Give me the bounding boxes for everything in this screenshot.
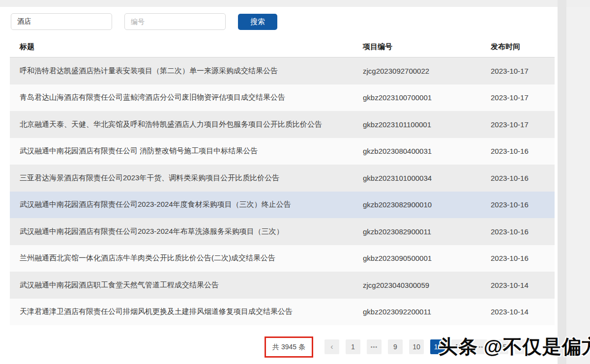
row-title[interactable]: 武汉融通中南花园酒店有限责任公司2023-2024年布草洗涤服务采购项目（三次） [10, 227, 363, 236]
watermark-text: 头条 @不仅是偏方 [439, 334, 590, 360]
row-date: 2023-10-14 [491, 281, 555, 289]
search-button[interactable]: 搜索 [238, 14, 277, 30]
table-row[interactable]: 武汉融通中南花园酒店有限责任公司2023-2024年度食材采购项目（三次）终止公… [10, 192, 555, 219]
row-code: gkbz2023100700001 [363, 93, 491, 102]
row-code: zjcg2023040300059 [363, 281, 491, 289]
table-row[interactable]: 三亚君达海景酒店有限责任公司2023年干货、调料类采购项目公开比质比价公告 gk… [10, 165, 555, 192]
column-header-code: 项目编号 [363, 42, 491, 52]
page-button-9[interactable]: 9 [388, 339, 403, 354]
row-date: 2023-10-17 [491, 67, 555, 75]
row-title[interactable]: 武汉融通中南花园酒店有限责任公司 消防整改销号施工项目中标结果公告 [10, 146, 363, 156]
row-date: 2023-10-14 [491, 308, 555, 316]
row-title[interactable]: 武汉融通中南花园酒店职工食堂天然气管道工程成交结果公告 [10, 280, 363, 290]
row-date: 2023-10-16 [491, 254, 555, 262]
column-header-title: 标题 [10, 42, 363, 52]
row-date: 2023-10-16 [491, 174, 555, 182]
table-row[interactable]: 呼和浩特君达凯盛酒店热计量表安装项目（第二次）单一来源采购成交结果公告 zjcg… [10, 57, 555, 84]
table-row[interactable]: 武汉融通中南花园酒店有限责任公司 消防整改销号施工项目中标结果公告 gkzb20… [10, 138, 555, 165]
row-code: gkzb2023082900010 [363, 200, 491, 209]
row-title[interactable]: 三亚君达海景酒店有限责任公司2023年干货、调料类采购项目公开比质比价公告 [10, 173, 363, 183]
table-row[interactable]: 武汉融通中南花园酒店职工食堂天然气管道工程成交结果公告 zjcg20230403… [10, 272, 555, 299]
column-header-date: 发布时间 [491, 42, 555, 52]
row-code: gkbz2023090500001 [363, 254, 491, 262]
table-row[interactable]: 青岛君达山海酒店有限责任公司蓝鲸湾酒店分公司废旧物资评估项目成交结果公告 gkb… [10, 84, 555, 112]
row-title[interactable]: 武汉融通中南花园酒店有限责任公司2023-2024年度食材采购项目（三次）终止公… [10, 200, 363, 209]
row-date: 2023-10-17 [491, 93, 555, 102]
row-date: 2023-10-17 [491, 120, 555, 129]
total-count-label: 共 3945 条 [272, 343, 305, 351]
keyword-input[interactable] [11, 13, 112, 30]
annotation-red-box: 共 3945 条 [265, 336, 313, 358]
page-ellipsis: ••• [367, 339, 382, 354]
row-date: 2023-10-16 [491, 227, 555, 236]
row-code: gkbz2023101000034 [363, 174, 491, 182]
table-body: 呼和浩特君达凯盛酒店热计量表安装项目（第二次）单一来源采购成交结果公告 zjcg… [10, 57, 555, 325]
table-row[interactable]: 天津君通津卫酒店有限责任公司排烟风机更换及土建排风烟道修复项目成交结果公告 gk… [10, 299, 555, 326]
row-title[interactable]: 呼和浩特君达凯盛酒店热计量表安装项目（第二次）单一来源采购成交结果公告 [10, 66, 363, 76]
search-bar: 搜索 [11, 13, 277, 30]
row-title[interactable]: 北京融通天泰、天健、华北宾馆及呼和浩特凯盛酒店人力项目外包服务项目公开比质比价公… [10, 120, 363, 129]
row-code: gkzb2023080400031 [363, 147, 491, 155]
table-row[interactable]: 武汉融通中南花园酒店有限责任公司2023-2024年布草洗涤服务采购项目（三次）… [10, 218, 555, 245]
table-header: 标题 项目编号 发布时间 [10, 37, 555, 57]
table-row[interactable]: 北京融通天泰、天健、华北宾馆及呼和浩特凯盛酒店人力项目外包服务项目公开比质比价公… [10, 111, 555, 138]
row-code: gkbz2023092200011 [363, 308, 491, 316]
results-table: 标题 项目编号 发布时间 呼和浩特君达凯盛酒店热计量表安装项目（第二次）单一来源… [10, 37, 555, 325]
page-button-10[interactable]: 10 [409, 339, 424, 354]
page-button-1[interactable]: 1 [346, 339, 360, 354]
table-row[interactable]: 兰州融通西北宾馆一体化酒店冻牛羊肉类公开比质比价公告(二次)成交结果公告 gkb… [10, 245, 555, 272]
row-title[interactable]: 青岛君达山海酒店有限责任公司蓝鲸湾酒店分公司废旧物资评估项目成交结果公告 [10, 93, 363, 102]
vertical-scrollbar[interactable] [558, 0, 566, 364]
prev-page-button[interactable]: ‹ [324, 339, 339, 354]
row-code: gkbz2023101100001 [363, 120, 491, 129]
page-top-band [0, 0, 590, 7]
row-date: 2023-10-16 [491, 147, 555, 155]
row-title[interactable]: 兰州融通西北宾馆一体化酒店冻牛羊肉类公开比质比价公告(二次)成交结果公告 [10, 253, 363, 263]
page-right-margin [566, 7, 590, 364]
row-code: zjcg2023092700022 [363, 67, 491, 75]
code-input[interactable] [124, 13, 226, 30]
row-date: 2023-10-16 [491, 200, 555, 209]
row-code: gkzb2023082900011 [363, 227, 491, 236]
row-title[interactable]: 天津君通津卫酒店有限责任公司排烟风机更换及土建排风烟道修复项目成交结果公告 [10, 307, 363, 316]
